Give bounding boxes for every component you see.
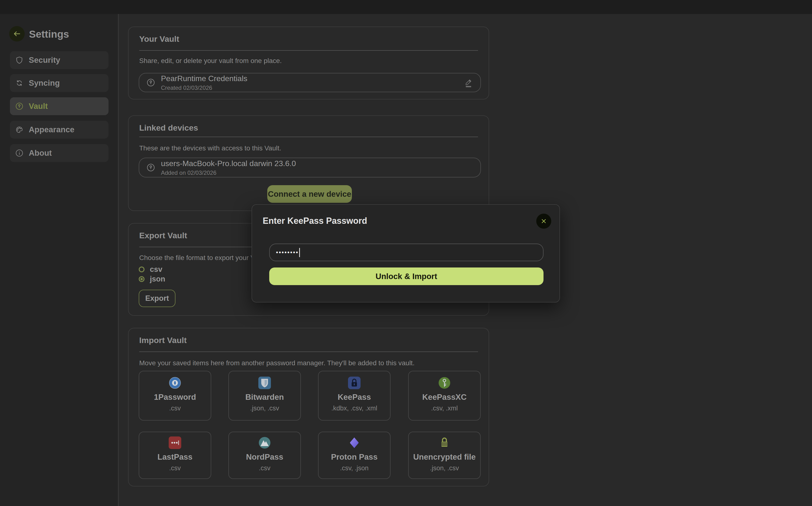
vault-name: PearRuntime Credentials: [161, 74, 248, 83]
edit-vault-button[interactable]: [463, 77, 474, 88]
export-format-option-csv[interactable]: csv: [139, 265, 162, 274]
window-title-bar: [0, 0, 812, 14]
import-provider-keepassxc[interactable]: KeePassXC .csv, .xml: [408, 371, 481, 421]
connect-new-device-button[interactable]: Connect a new device: [267, 185, 352, 203]
import-vault-card: Import Vault Move your saved items here …: [128, 328, 489, 487]
provider-name: KeePass: [338, 393, 371, 402]
provider-formats: .csv, .json: [340, 465, 368, 472]
import-provider-unencrypted-file[interactable]: Unencrypted file .json, .csv: [408, 432, 481, 479]
import-provider-bitwarden[interactable]: Bitwarden .json, .csv: [228, 371, 301, 421]
palette-icon: [15, 125, 23, 134]
export-format-option-json[interactable]: json: [139, 275, 165, 283]
password-masked-value: ••••••••: [276, 249, 299, 255]
arrow-left-icon: [12, 29, 22, 38]
sidebar-item-label: Appearance: [29, 125, 74, 134]
device-added-date: Added on 02/03/2026: [161, 169, 296, 176]
provider-formats: .json, .csv: [430, 465, 459, 472]
sidebar-item-syncing[interactable]: Syncing: [10, 74, 109, 92]
device-row: users-MacBook-Pro.local darwin 23.6.0 Ad…: [139, 158, 481, 177]
unencrypted-file-icon: [438, 436, 451, 449]
shield-icon: [15, 56, 23, 64]
radio-label: csv: [150, 265, 162, 274]
close-dialog-button[interactable]: [536, 214, 551, 229]
settings-sidebar: Settings Security Syncing Vault Appearan…: [0, 14, 119, 506]
provider-formats: .csv: [169, 405, 181, 412]
vault-created-date: Created 02/03/2026: [161, 84, 248, 91]
provider-name: 1Password: [154, 393, 196, 402]
export-button[interactable]: Export: [139, 290, 176, 307]
card-title: Your Vault: [139, 34, 179, 44]
radio-selected-icon: [139, 276, 144, 282]
divider: [139, 137, 478, 137]
provider-formats: .csv: [259, 465, 270, 472]
unlock-import-button[interactable]: Unlock & Import: [269, 267, 543, 285]
device-name: users-MacBook-Pro.local darwin 23.6.0: [161, 159, 296, 168]
import-provider-lastpass[interactable]: LastPass .csv: [139, 432, 211, 479]
sidebar-item-label: Security: [29, 56, 60, 65]
card-description: Move your saved items here from another …: [139, 359, 414, 367]
provider-formats: .csv, .xml: [431, 405, 458, 412]
info-icon: [15, 149, 23, 157]
protonpass-icon: [348, 436, 360, 449]
card-title: Linked devices: [139, 123, 198, 133]
provider-name: NordPass: [246, 452, 283, 461]
provider-name: KeePassXC: [422, 393, 466, 402]
bitwarden-icon: [258, 376, 271, 389]
radio-unselected-icon: [139, 266, 144, 272]
text-caret: [299, 248, 300, 257]
sidebar-item-label: Vault: [29, 102, 48, 111]
sync-icon: [15, 79, 23, 87]
key-circle-icon: [146, 78, 155, 87]
provider-name: Proton Pass: [331, 452, 378, 461]
back-button[interactable]: [9, 26, 25, 41]
key-circle-icon: [146, 163, 155, 172]
card-title: Import Vault: [139, 336, 187, 345]
radio-label: json: [150, 275, 165, 283]
card-description: Share, edit, or delete your vault from o…: [139, 57, 282, 65]
page-title: Settings: [29, 28, 69, 40]
nordpass-icon: [258, 436, 271, 449]
onepassword-icon: [169, 376, 181, 389]
divider: [139, 351, 478, 352]
dialog-title: Enter KeePass Password: [263, 216, 367, 226]
provider-formats: .json, .csv: [250, 405, 279, 412]
sidebar-item-label: Syncing: [29, 78, 60, 88]
vault-row: PearRuntime Credentials Created 02/03/20…: [139, 73, 481, 92]
import-provider-1password[interactable]: 1Password .csv: [139, 371, 211, 421]
sidebar-item-appearance[interactable]: Appearance: [10, 121, 109, 139]
sidebar-item-security[interactable]: Security: [10, 51, 109, 69]
keepassxc-icon: [438, 376, 451, 389]
import-provider-protonpass[interactable]: Proton Pass .csv, .json: [318, 432, 391, 479]
provider-formats: .kdbx, .csv, .xml: [331, 405, 377, 412]
sidebar-item-label: About: [29, 149, 52, 158]
provider-formats: .csv: [169, 465, 181, 472]
pencil-icon: [463, 77, 474, 88]
import-provider-keepass[interactable]: KeePass .kdbx, .csv, .xml: [318, 371, 391, 421]
keepass-password-dialog: Enter KeePass Password •••••••• Unlock &…: [252, 204, 560, 303]
provider-name: Unencrypted file: [413, 452, 476, 461]
password-input[interactable]: ••••••••: [269, 244, 543, 261]
sidebar-item-about[interactable]: About: [10, 144, 109, 162]
linked-devices-card: Linked devices These are the devices wit…: [128, 115, 489, 211]
card-title: Export Vault: [139, 231, 187, 240]
divider: [139, 50, 478, 51]
lastpass-icon: [169, 436, 181, 449]
card-description: Choose the file format to export your Va…: [139, 254, 267, 262]
key-circle-icon: [15, 102, 23, 110]
your-vault-card: Your Vault Share, edit, or delete your v…: [128, 26, 489, 99]
provider-name: Bitwarden: [245, 393, 284, 402]
card-description: These are the devices with access to thi…: [139, 144, 281, 152]
import-provider-nordpass[interactable]: NordPass .csv: [228, 432, 301, 479]
keepass-icon: [348, 376, 360, 389]
sidebar-item-vault[interactable]: Vault: [10, 97, 109, 115]
close-icon: [540, 217, 548, 225]
provider-name: LastPass: [157, 452, 193, 461]
